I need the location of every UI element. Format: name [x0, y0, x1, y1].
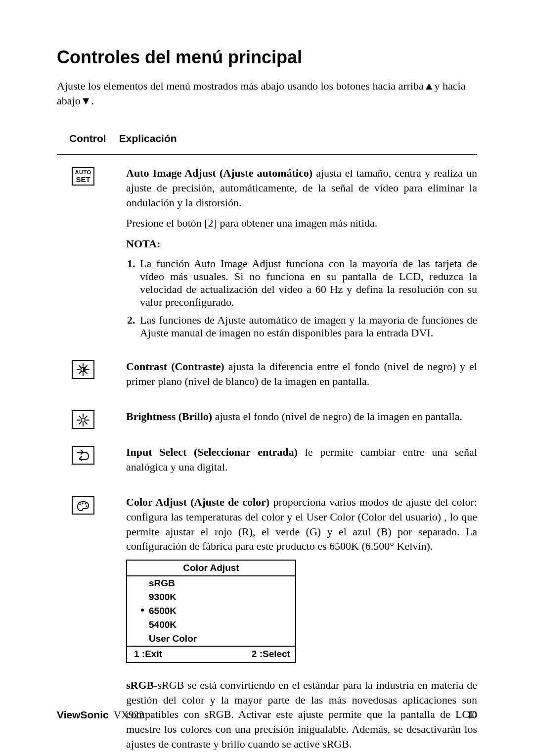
svg-line-14: [86, 422, 88, 424]
color-adjust-description: Color Adjust (Ajuste de color) proporcio…: [126, 495, 477, 554]
osd-color-adjust-menu: Color Adjust sRGB 9300K 6500K 5400K User…: [126, 560, 296, 663]
footer-page-number: 10: [467, 709, 477, 721]
svg-point-17: [81, 418, 85, 422]
selected-dot-icon: [141, 609, 144, 612]
header-explanation: Explicación: [119, 133, 177, 144]
table-header-row: Control Explicación: [57, 133, 477, 155]
header-control: Control: [69, 133, 116, 144]
input-select-description: Input Select (Seleccionar entrada) le pe…: [126, 445, 477, 474]
svg-point-20: [85, 503, 86, 504]
page-footer: ViewSonic VX922 10: [57, 709, 477, 721]
nota-label: NOTA:: [126, 236, 477, 251]
brightness-description: Brightness (Brillo) ajusta el fondo (niv…: [126, 409, 477, 424]
osd-title: Color Adjust: [127, 561, 295, 576]
row-brightness: Brightness (Brillo) ajusta el fondo (niv…: [57, 409, 477, 430]
note-2: Las funciones de Ajuste automático de im…: [138, 314, 477, 339]
osd-item-6500k: 6500K: [127, 604, 295, 618]
svg-line-13: [79, 416, 81, 418]
svg-point-19: [82, 502, 83, 504]
color-adjust-icon: [72, 496, 94, 515]
svg-line-15: [86, 416, 88, 418]
contrast-icon: [72, 360, 94, 379]
osd-exit-label: 1 :Exit: [134, 649, 252, 660]
arrow-down-icon: ▼: [81, 94, 91, 108]
auto-adjust-press: Presione el botón [2] para obtener una i…: [126, 216, 477, 231]
svg-point-18: [79, 503, 81, 505]
osd-item-5400k: 5400K: [127, 618, 295, 632]
footer-brand: ViewSonic: [57, 709, 109, 721]
contrast-description: Contrast (Contraste) ajusta la diferenci…: [126, 359, 477, 388]
osd-item-9300k: 9300K: [127, 590, 295, 604]
osd-item-user-color: User Color: [127, 632, 295, 646]
row-contrast: Contrast (Contraste) ajusta la diferenci…: [57, 359, 477, 394]
svg-line-7: [79, 372, 81, 374]
input-select-icon: [72, 446, 94, 465]
svg-line-5: [86, 372, 88, 374]
page-title: Controles del menú principal: [57, 47, 477, 68]
intro-text: Ajuste los elementos del menú mostrados …: [57, 79, 477, 108]
svg-line-16: [79, 422, 81, 424]
footer-model: VX922: [114, 709, 144, 721]
notes-list: La función Auto Image Adjust funciona co…: [126, 257, 477, 339]
auto-adjust-description: Auto Image Adjust (Ajuste automático) aj…: [126, 166, 477, 210]
row-input-select: Input Select (Seleccionar entrada) le pe…: [57, 445, 477, 480]
auto-set-icon: AUTO SET: [72, 167, 94, 186]
svg-point-21: [86, 505, 87, 507]
arrow-up-icon: ▲: [424, 79, 435, 94]
osd-footer: 1 :Exit 2 :Select: [127, 646, 295, 662]
note-1: La función Auto Image Adjust funciona co…: [138, 257, 477, 309]
row-auto-image-adjust: AUTO SET Auto Image Adjust (Ajuste autom…: [57, 166, 477, 344]
svg-line-6: [86, 366, 88, 368]
svg-line-4: [79, 366, 81, 368]
brightness-icon: [72, 410, 94, 429]
osd-select-label: 2 :Select: [252, 649, 290, 660]
osd-item-srgb: sRGB: [127, 576, 295, 590]
